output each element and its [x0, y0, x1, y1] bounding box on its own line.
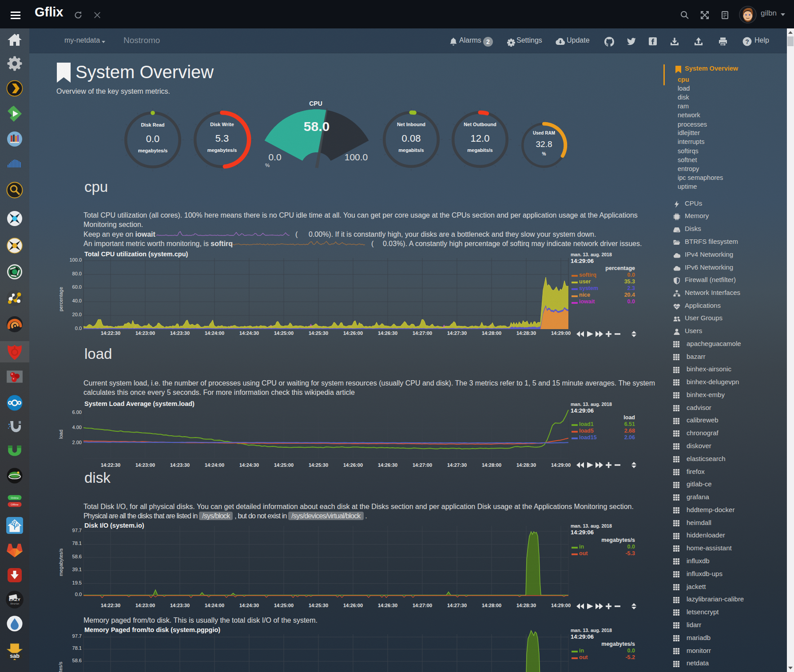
svg-text:Offline: Offline: [11, 503, 19, 506]
svg-text:?: ?: [745, 38, 749, 45]
svg-text:LAZY: LAZY: [9, 597, 20, 602]
svg-text:librarian: librarian: [10, 602, 19, 605]
svg-text:sab: sab: [10, 653, 20, 659]
svg-text:Online: Online: [11, 497, 19, 499]
